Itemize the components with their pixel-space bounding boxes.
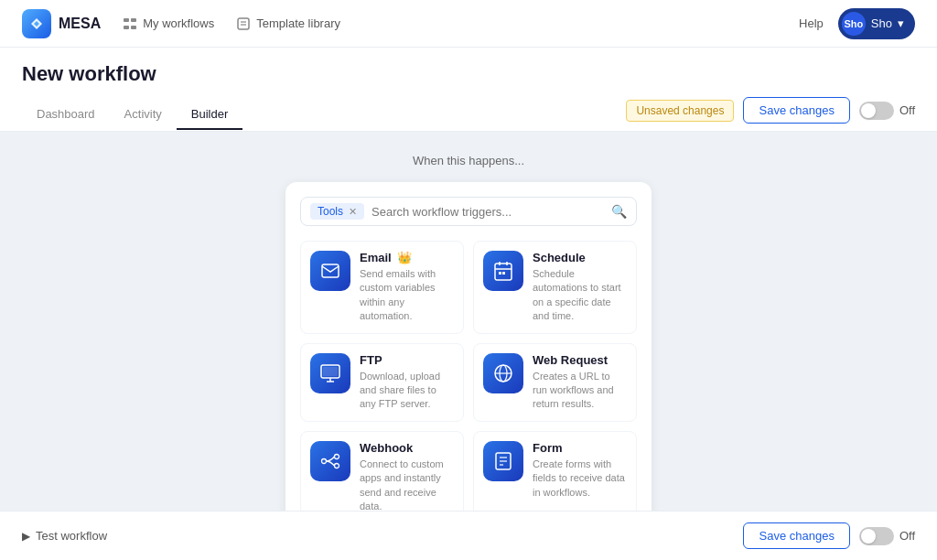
filter-tag-remove[interactable]: ✕ bbox=[349, 206, 357, 218]
form-icon bbox=[492, 450, 514, 472]
svg-rect-1 bbox=[131, 18, 136, 22]
webhook-icon bbox=[319, 450, 341, 472]
webhook-info: Webhook Connect to custom apps and insta… bbox=[360, 441, 454, 514]
schedule-icon bbox=[492, 260, 514, 282]
page-header: New workflow Dashboard Activity Builder … bbox=[0, 48, 937, 132]
filter-tag: Tools ✕ bbox=[310, 203, 364, 220]
logo[interactable]: MESA bbox=[22, 9, 101, 38]
svg-rect-0 bbox=[124, 18, 129, 22]
ftp-icon bbox=[319, 362, 341, 384]
toggle-wrap: Off bbox=[859, 102, 915, 120]
header-right: Help Sho Sho ▾ bbox=[799, 8, 915, 39]
nav-template-library[interactable]: Template library bbox=[236, 16, 340, 31]
search-bar: Tools ✕ 🔍 bbox=[300, 197, 637, 226]
svg-rect-3 bbox=[131, 26, 136, 29]
svg-rect-4 bbox=[238, 18, 249, 29]
tool-web-request[interactable]: Web Request Creates a URL to run workflo… bbox=[473, 343, 637, 422]
svg-point-23 bbox=[335, 463, 339, 468]
tool-schedule[interactable]: Schedule Schedule automations to start o… bbox=[473, 241, 637, 334]
email-icon bbox=[319, 260, 341, 282]
ftp-info: FTP Download, upload and share files to … bbox=[360, 353, 454, 412]
footer-toggle-knob bbox=[861, 529, 876, 544]
search-input[interactable] bbox=[372, 205, 604, 219]
nav-my-workflows-label: My workflows bbox=[143, 16, 214, 30]
toggle-label: Off bbox=[899, 103, 915, 117]
schedule-info: Schedule Schedule automations to start o… bbox=[533, 251, 627, 324]
svg-rect-13 bbox=[502, 272, 505, 275]
avatar: Sho bbox=[842, 12, 866, 36]
svg-rect-12 bbox=[499, 272, 501, 275]
svg-rect-7 bbox=[322, 264, 339, 277]
page-title: New workflow bbox=[22, 62, 915, 86]
crown-icon: 👑 bbox=[397, 251, 412, 264]
tab-builder[interactable]: Builder bbox=[177, 100, 242, 130]
footer-save-button[interactable]: Save changes bbox=[743, 522, 849, 549]
form-info: Form Create forms with fields to receive… bbox=[533, 441, 627, 500]
when-label: When this happens... bbox=[413, 154, 524, 167]
tool-ftp[interactable]: FTP Download, upload and share files to … bbox=[300, 343, 464, 422]
logo-icon bbox=[22, 9, 51, 38]
web-request-info: Web Request Creates a URL to run workflo… bbox=[533, 353, 627, 412]
toggle-switch[interactable] bbox=[859, 102, 894, 120]
test-workflow-label: Test workflow bbox=[36, 529, 107, 543]
footer-right: Save changes Off bbox=[743, 522, 915, 549]
nav-template-library-label: Template library bbox=[256, 16, 340, 30]
tool-email[interactable]: Email 👑 Send emails with custom variable… bbox=[300, 241, 464, 334]
logo-text: MESA bbox=[59, 16, 101, 32]
toolbar: Unsaved changes Save changes Off bbox=[626, 97, 915, 131]
web-request-icon-wrap bbox=[483, 353, 523, 393]
help-link[interactable]: Help bbox=[799, 16, 824, 30]
schedule-icon-wrap bbox=[483, 251, 523, 291]
search-icon: 🔍 bbox=[611, 204, 627, 219]
header: MESA My workflows Template library Help … bbox=[0, 0, 937, 48]
email-info: Email 👑 Send emails with custom variable… bbox=[360, 251, 454, 324]
footer-bar: ▶ Test workflow Save changes Off bbox=[0, 511, 937, 560]
footer-toggle-wrap: Off bbox=[859, 527, 915, 545]
svg-point-21 bbox=[322, 458, 327, 463]
main-content: When this happens... Tools ✕ 🔍 bbox=[0, 132, 937, 560]
tab-dashboard[interactable]: Dashboard bbox=[22, 100, 110, 130]
user-menu[interactable]: Sho Sho ▾ bbox=[838, 8, 915, 39]
save-button[interactable]: Save changes bbox=[743, 97, 849, 124]
ftp-icon-wrap bbox=[310, 353, 350, 393]
trigger-card: Tools ✕ 🔍 Email 👑 bbox=[285, 182, 652, 560]
footer-toggle-switch[interactable] bbox=[859, 527, 894, 545]
web-request-icon bbox=[492, 362, 514, 384]
svg-point-22 bbox=[335, 454, 339, 458]
svg-rect-15 bbox=[323, 367, 338, 376]
email-icon-wrap bbox=[310, 251, 350, 291]
template-icon bbox=[236, 16, 251, 31]
tab-bar: Dashboard Activity Builder bbox=[22, 100, 242, 129]
unsaved-badge: Unsaved changes bbox=[626, 100, 734, 122]
toggle-knob bbox=[861, 103, 876, 118]
test-workflow-button[interactable]: ▶ Test workflow bbox=[22, 529, 107, 543]
chevron-down-icon: ▾ bbox=[898, 16, 904, 30]
svg-rect-2 bbox=[124, 26, 129, 29]
user-initials: Sho bbox=[871, 16, 892, 30]
form-icon-wrap bbox=[483, 441, 523, 481]
nav-my-workflows[interactable]: My workflows bbox=[123, 16, 214, 31]
footer-toggle-label: Off bbox=[899, 529, 915, 543]
tab-activity[interactable]: Activity bbox=[110, 100, 177, 130]
workflows-icon bbox=[123, 16, 137, 31]
play-icon: ▶ bbox=[22, 530, 30, 543]
webhook-icon-wrap bbox=[310, 441, 350, 481]
